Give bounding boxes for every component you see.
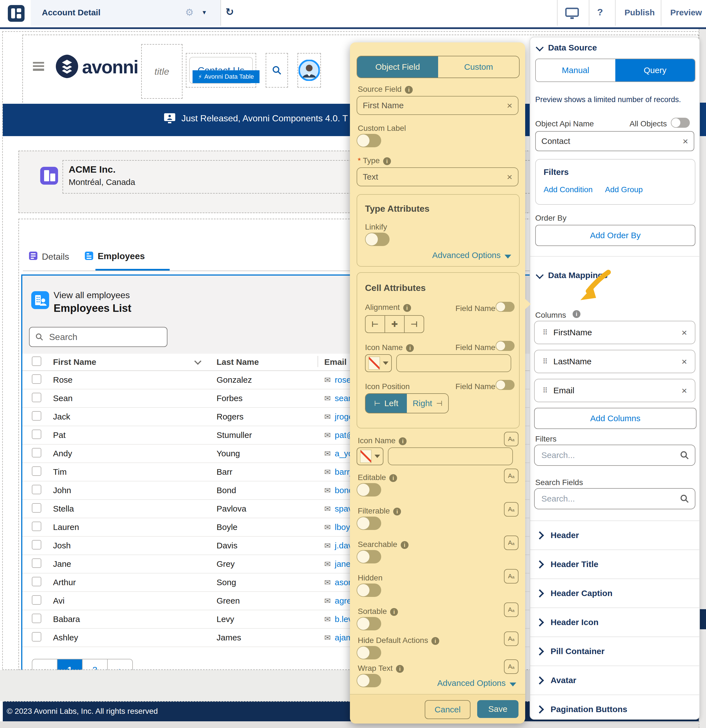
preview-button[interactable]: Preview: [670, 8, 702, 17]
title-placeholder-slot[interactable]: title: [141, 44, 182, 99]
info-icon[interactable]: i: [383, 157, 391, 165]
remove-icon[interactable]: ×: [681, 385, 687, 396]
expand-chevron-icon[interactable]: [536, 531, 544, 539]
hamburger-menu-icon[interactable]: [33, 62, 44, 71]
remove-icon[interactable]: ×: [681, 327, 687, 338]
expand-chevron-icon[interactable]: [536, 618, 544, 627]
refresh-icon[interactable]: ↻: [226, 6, 234, 18]
save-button[interactable]: Save: [477, 700, 518, 718]
hide-default-actions-toggle[interactable]: [357, 646, 381, 659]
info-icon[interactable]: i: [403, 304, 411, 312]
text-format-button[interactable]: Aₐ: [504, 631, 518, 646]
text-format-button[interactable]: Aₐ: [504, 659, 518, 674]
accordion-section[interactable]: Header: [530, 520, 699, 549]
manual-mode-button[interactable]: Manual: [536, 59, 615, 81]
chevron-down-icon[interactable]: [194, 358, 201, 365]
icon-picker[interactable]: [357, 448, 383, 465]
hidden-toggle[interactable]: [357, 584, 381, 597]
icon-name-field-name-toggle[interactable]: [496, 341, 515, 351]
icon-position-right-button[interactable]: Right⊣: [407, 394, 448, 413]
cancel-button[interactable]: Cancel: [425, 700, 470, 719]
row-checkbox[interactable]: [32, 577, 41, 586]
column-mapping-item[interactable]: ⠿ LastName ×: [534, 350, 695, 373]
search-fields-input[interactable]: [540, 493, 675, 504]
drag-handle-icon[interactable]: ⠿: [543, 328, 547, 337]
object-api-name-input[interactable]: Contact ×: [535, 131, 694, 151]
info-icon[interactable]: i: [431, 637, 439, 645]
page-settings-caret-icon[interactable]: ▾: [203, 9, 206, 16]
icon-name-input[interactable]: [388, 448, 513, 465]
email-link[interactable]: lboyl: [334, 523, 352, 532]
filters-search-box[interactable]: [534, 445, 695, 466]
expand-chevron-icon[interactable]: [536, 560, 544, 568]
column-mapping-item[interactable]: ⠿ Email ×: [534, 379, 695, 402]
accordion-section[interactable]: Footer: [530, 724, 699, 728]
add-group-link[interactable]: Add Group: [605, 185, 643, 194]
row-checkbox[interactable]: [32, 558, 41, 568]
tab-details[interactable]: Details: [42, 251, 69, 262]
advanced-options-link[interactable]: Advanced Options: [432, 250, 511, 260]
search-fields-box[interactable]: [534, 488, 695, 509]
linkify-toggle[interactable]: [365, 233, 389, 246]
search-icon[interactable]: [272, 65, 282, 75]
row-checkbox[interactable]: [32, 448, 41, 458]
info-icon[interactable]: i: [399, 438, 407, 445]
row-checkbox[interactable]: [32, 374, 41, 384]
searchable-toggle[interactable]: [357, 550, 381, 563]
align-left-button[interactable]: ⊢: [366, 316, 385, 332]
clear-icon[interactable]: ×: [683, 136, 688, 147]
row-checkbox[interactable]: [32, 411, 41, 420]
alignment-field-name-toggle[interactable]: [496, 302, 515, 312]
sortable-toggle[interactable]: [357, 617, 381, 630]
accordion-section[interactable]: Header Caption: [530, 578, 699, 608]
custom-label-toggle[interactable]: [357, 134, 381, 147]
device-preview-icon[interactable]: [565, 7, 579, 20]
expand-chevron-icon[interactable]: [536, 647, 544, 656]
app-logo-icon[interactable]: [8, 5, 25, 22]
remove-icon[interactable]: ×: [681, 356, 687, 367]
text-format-button[interactable]: Aₐ: [504, 536, 518, 550]
collapse-chevron-icon[interactable]: [536, 271, 544, 279]
filterable-toggle[interactable]: [357, 517, 381, 530]
accordion-section[interactable]: Avatar: [530, 666, 699, 695]
tab-custom[interactable]: Custom: [438, 56, 519, 78]
select-all-checkbox[interactable]: [32, 357, 41, 366]
expand-chevron-icon[interactable]: [536, 676, 544, 685]
all-objects-toggle[interactable]: [671, 118, 690, 128]
column-header-first-name[interactable]: First Name: [52, 354, 216, 371]
row-checkbox[interactable]: [32, 540, 41, 549]
row-checkbox[interactable]: [32, 393, 41, 402]
drag-handle-icon[interactable]: ⠿: [543, 357, 547, 366]
help-button[interactable]: ?: [597, 7, 603, 17]
add-condition-link[interactable]: Add Condition: [544, 185, 593, 194]
text-format-button[interactable]: Aₐ: [504, 432, 518, 446]
editable-toggle[interactable]: [357, 483, 381, 497]
column-header-last-name[interactable]: Last Name: [216, 354, 318, 371]
page-settings-gear-icon[interactable]: ⚙: [185, 7, 194, 18]
query-mode-button[interactable]: Query: [615, 59, 695, 81]
row-checkbox[interactable]: [32, 521, 41, 531]
text-format-button[interactable]: Aₐ: [504, 469, 518, 483]
info-icon[interactable]: i: [401, 541, 408, 549]
add-order-by-button[interactable]: Add Order By: [535, 225, 695, 246]
row-checkbox[interactable]: [32, 595, 41, 605]
accordion-section[interactable]: Header Title: [530, 549, 699, 578]
user-avatar[interactable]: [299, 60, 320, 81]
table-search-box[interactable]: [29, 327, 168, 347]
row-checkbox[interactable]: [32, 467, 41, 476]
info-icon[interactable]: i: [393, 508, 401, 516]
accordion-section[interactable]: Header Icon: [530, 608, 699, 637]
table-search-input[interactable]: [48, 331, 151, 343]
row-checkbox[interactable]: [32, 632, 41, 641]
clear-icon[interactable]: ×: [507, 100, 512, 111]
row-checkbox[interactable]: [32, 485, 41, 494]
icon-picker[interactable]: [365, 354, 392, 372]
info-icon[interactable]: i: [389, 474, 397, 482]
info-icon[interactable]: i: [405, 86, 413, 94]
accordion-section[interactable]: Pill Container: [530, 637, 699, 666]
publish-button[interactable]: Publish: [625, 8, 655, 17]
row-checkbox[interactable]: [32, 614, 41, 623]
info-icon[interactable]: i: [390, 608, 398, 616]
type-input[interactable]: Text×: [357, 168, 518, 186]
source-field-input[interactable]: First Name×: [357, 96, 518, 115]
